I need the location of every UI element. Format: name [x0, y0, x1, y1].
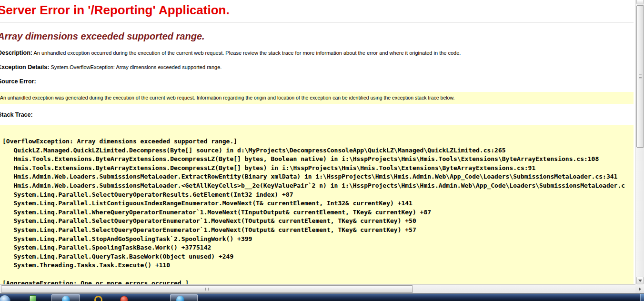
source-error-label: Source Error:: [0, 78, 36, 85]
scroll-down-button[interactable]: [636, 277, 644, 284]
exception-details-text: System.OverflowException: Array dimensio…: [50, 64, 221, 70]
server-error-page: Server Error in '/Reporting' Application…: [0, 0, 635, 284]
browser-viewport: Server Error in '/Reporting' Application…: [0, 0, 635, 284]
page-title: Server Error in '/Reporting' Application…: [0, 3, 635, 17]
green-app-icon[interactable]: [30, 295, 36, 301]
stack-trace-row: Stack Trace:: [0, 112, 635, 118]
horizontal-scrollbar[interactable]: [0, 284, 635, 293]
description-label: Description:: [0, 50, 32, 56]
taskbar-app-button[interactable]: [170, 294, 198, 301]
scrollbar-grip-icon: [205, 288, 209, 291]
taskbar: [0, 293, 644, 301]
system-tray[interactable]: [640, 294, 644, 301]
triangle-right-icon: [639, 287, 641, 291]
start-button[interactable]: [0, 295, 10, 301]
title-divider: [0, 22, 634, 22]
exception-details-label: Exception Details:: [0, 64, 49, 70]
scroll-up-button[interactable]: [636, 0, 644, 4]
gold-ring-app-icon[interactable]: [94, 296, 102, 301]
vertical-scrollbar[interactable]: [635, 0, 644, 284]
scroll-right-button[interactable]: [635, 284, 644, 293]
exception-details-row: Exception Details: System.OverflowExcept…: [0, 64, 635, 70]
stack-trace-label: Stack Trace:: [0, 111, 33, 118]
triangle-down-icon: [638, 280, 642, 282]
horizontal-scrollbar-thumb[interactable]: [1, 285, 413, 293]
blue-sphere-app-icon: [62, 296, 70, 301]
vertical-scrollbar-thumb[interactable]: [636, 5, 644, 148]
description-row: Description: An unhandled exception occu…: [0, 50, 635, 56]
error-subtitle: Array dimensions exceeded supported rang…: [0, 31, 635, 42]
scrollbar-grip-icon: [639, 74, 642, 79]
blue-sphere-app-icon: [176, 296, 184, 301]
stack-trace: [OverflowException: Array dimensions exc…: [0, 125, 634, 284]
taskbar-app-button[interactable]: [51, 294, 80, 301]
description-text: An unhandled exception occurred during t…: [33, 50, 461, 56]
source-error-row: Source Error:: [0, 79, 635, 85]
source-error-note: An unhandled exception was generated dur…: [0, 92, 634, 104]
red-circle-app-icon[interactable]: [120, 296, 128, 301]
